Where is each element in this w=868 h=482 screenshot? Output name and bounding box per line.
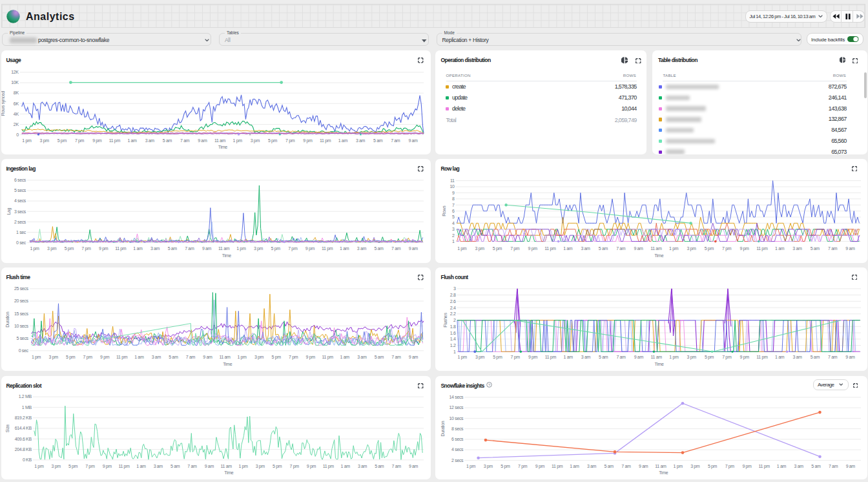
- svg-text:5 pm: 5 pm: [271, 355, 281, 360]
- svg-text:1 am: 1 am: [136, 464, 146, 468]
- svg-text:409.6 KB: 409.6 KB: [14, 437, 32, 441]
- svg-text:5 am: 5 am: [373, 139, 383, 143]
- svg-text:9 am: 9 am: [845, 247, 855, 251]
- svg-text:5 secs: 5 secs: [16, 336, 28, 341]
- svg-text:4 secs: 4 secs: [451, 448, 464, 452]
- svg-text:2.8: 2.8: [450, 293, 456, 297]
- svg-text:1 pm: 1 pm: [236, 247, 246, 252]
- svg-text:1: 1: [452, 239, 455, 244]
- svg-text:20 secs: 20 secs: [14, 299, 29, 304]
- svg-text:7 pm: 7 pm: [288, 247, 298, 252]
- svg-text:3 am: 3 am: [357, 355, 367, 359]
- svg-text:1 pm: 1 pm: [669, 355, 679, 360]
- svg-text:8: 8: [452, 197, 455, 202]
- svg-text:11 pm: 11 pm: [322, 355, 333, 360]
- svg-text:9 am: 9 am: [408, 355, 418, 359]
- svg-text:12K: 12K: [11, 70, 19, 75]
- svg-text:1 pm: 1 pm: [31, 355, 41, 360]
- svg-text:1 pm: 1 pm: [466, 464, 476, 469]
- svg-text:3 pm: 3 pm: [687, 355, 697, 360]
- svg-text:3: 3: [453, 286, 456, 291]
- svg-text:9 am: 9 am: [408, 139, 418, 143]
- svg-text:11 pm: 11 pm: [108, 139, 120, 144]
- svg-text:9 pm: 9 pm: [739, 247, 749, 252]
- svg-text:1 pm: 1 pm: [237, 355, 247, 360]
- svg-text:7 am: 7 am: [180, 139, 190, 143]
- svg-text:9 am: 9 am: [846, 464, 856, 468]
- svg-text:5 pm: 5 pm: [66, 355, 76, 360]
- svg-text:12 secs: 12 secs: [450, 406, 464, 410]
- svg-text:7 pm: 7 pm: [81, 247, 91, 252]
- svg-text:1 pm: 1 pm: [457, 247, 467, 252]
- svg-text:7 pm: 7 pm: [83, 355, 92, 360]
- svg-text:5 pm: 5 pm: [267, 139, 277, 144]
- svg-text:1: 1: [453, 350, 456, 354]
- svg-text:11 pm: 11 pm: [756, 355, 768, 360]
- svg-text:7 am: 7 am: [187, 464, 197, 468]
- svg-text:5 pm: 5 pm: [271, 247, 280, 252]
- svg-text:5 secs: 5 secs: [14, 189, 26, 193]
- svg-text:5 am: 5 am: [375, 464, 384, 468]
- svg-text:5 am: 5 am: [811, 355, 820, 359]
- svg-text:3 pm: 3 pm: [255, 464, 265, 469]
- svg-text:1 am: 1 am: [340, 464, 350, 468]
- svg-text:11 am: 11 am: [650, 247, 662, 251]
- svg-text:Duration: Duration: [5, 312, 10, 328]
- svg-text:3 pm: 3 pm: [254, 355, 264, 360]
- svg-text:6: 6: [452, 209, 455, 213]
- svg-text:9 pm: 9 pm: [305, 247, 315, 252]
- svg-text:Time: Time: [224, 470, 233, 475]
- svg-text:9 pm: 9 pm: [102, 464, 112, 469]
- svg-text:1 am: 1 am: [563, 247, 573, 251]
- svg-text:5 am: 5 am: [811, 464, 821, 468]
- svg-text:5 am: 5 am: [599, 247, 608, 251]
- svg-text:5 am: 5 am: [167, 247, 177, 251]
- svg-text:7 pm: 7 pm: [722, 247, 732, 252]
- svg-text:9 pm: 9 pm: [306, 464, 316, 469]
- svg-text:9 am: 9 am: [639, 464, 648, 468]
- svg-text:5 am: 5 am: [604, 464, 614, 468]
- svg-text:1 MB: 1 MB: [21, 405, 32, 410]
- svg-text:11 am: 11 am: [220, 464, 232, 468]
- svg-text:2 secs: 2 secs: [14, 220, 26, 224]
- svg-text:11 pm: 11 pm: [115, 247, 127, 252]
- svg-text:Time: Time: [218, 145, 227, 150]
- svg-text:Time: Time: [654, 253, 663, 258]
- svg-text:11 pm: 11 pm: [756, 247, 768, 252]
- svg-text:7 am: 7 am: [616, 355, 626, 359]
- svg-text:5 pm: 5 pm: [501, 464, 510, 469]
- svg-text:3 am: 3 am: [792, 355, 802, 359]
- svg-text:9 am: 9 am: [845, 355, 855, 359]
- svg-text:204.8 KB: 204.8 KB: [14, 447, 32, 452]
- svg-text:3 pm: 3 pm: [47, 247, 57, 252]
- svg-text:3 pm: 3 pm: [48, 355, 58, 360]
- svg-text:5 am: 5 am: [374, 355, 384, 359]
- svg-text:1 am: 1 am: [133, 247, 143, 251]
- svg-text:Time: Time: [654, 362, 664, 366]
- svg-text:9: 9: [452, 191, 455, 195]
- svg-text:7 am: 7 am: [391, 247, 401, 251]
- svg-text:3 am: 3 am: [150, 247, 160, 251]
- svg-text:3 am: 3 am: [356, 247, 366, 251]
- svg-text:5 pm: 5 pm: [705, 355, 714, 360]
- svg-text:9 pm: 9 pm: [92, 139, 102, 144]
- svg-text:Flushes: Flushes: [443, 313, 448, 328]
- svg-text:0: 0: [16, 132, 19, 137]
- svg-text:2: 2: [452, 233, 455, 238]
- svg-text:1 sec: 1 sec: [16, 230, 26, 235]
- svg-text:14 secs: 14 secs: [450, 395, 464, 399]
- svg-text:1 pm: 1 pm: [22, 139, 32, 144]
- svg-text:2.4: 2.4: [450, 306, 456, 310]
- svg-text:7 pm: 7 pm: [722, 355, 732, 360]
- svg-text:5 pm: 5 pm: [273, 464, 282, 469]
- svg-text:3 pm: 3 pm: [687, 247, 696, 252]
- svg-text:9 pm: 9 pm: [99, 247, 108, 252]
- svg-text:9 am: 9 am: [198, 139, 207, 143]
- svg-text:7 am: 7 am: [829, 464, 838, 468]
- svg-text:7 pm: 7 pm: [289, 355, 298, 360]
- svg-text:2.6: 2.6: [450, 299, 456, 304]
- svg-text:7 am: 7 am: [616, 247, 626, 251]
- svg-text:5 am: 5 am: [162, 139, 172, 143]
- svg-text:11 am: 11 am: [218, 247, 230, 251]
- svg-text:3 am: 3 am: [581, 355, 591, 359]
